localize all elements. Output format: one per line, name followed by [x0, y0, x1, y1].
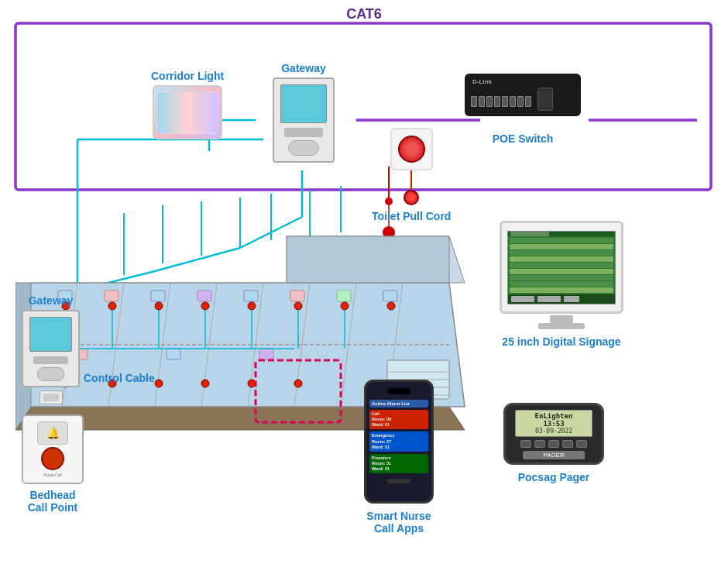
gateway-left-label: Gateway [29, 294, 74, 307]
phone-item-emergency: Emergency Room: 27 Ward: 01 [369, 431, 428, 451]
svg-rect-45 [105, 290, 118, 301]
pager-line2: 13:53 [543, 420, 564, 428]
smart-nurse-call-apps: Active Alarm List Call Room: 06 Ward: 01… [364, 380, 434, 538]
digital-signage-label: 25 inch Digital Signage [502, 335, 620, 348]
phone-app-header: Active Alarm List [369, 400, 428, 407]
bedhead-call-point-image: 🔔 Nurse Call [22, 414, 84, 484]
smart-nurse-label: Smart NurseCall Apps [366, 510, 431, 535]
svg-rect-67 [167, 349, 180, 359]
phone-item-call: Call Room: 06 Ward: 01 [369, 410, 428, 429]
svg-point-63 [201, 380, 209, 387]
svg-rect-46 [151, 290, 165, 301]
toilet-pull-cord: Toilet Pull Cord [372, 128, 451, 225]
svg-point-55 [201, 302, 209, 310]
phone-call-ward: Ward: 01 [372, 422, 426, 428]
gateway-left-image [22, 310, 80, 387]
control-cable-label: Control Cable [84, 372, 155, 384]
pager-line1: EnLighten [535, 412, 573, 420]
svg-marker-34 [287, 236, 449, 283]
phone-presence-ward: Ward: 01 [372, 466, 426, 472]
digital-signage: 25 inch Digital Signage [500, 221, 623, 351]
svg-point-57 [294, 302, 302, 310]
svg-rect-48 [244, 290, 258, 301]
pager-line3: 03-09-2022 [535, 428, 572, 435]
phone-item-presence: Presence Room: 31 Ward: 01 [369, 454, 428, 473]
svg-rect-51 [383, 290, 397, 301]
bedhead-call-point: 🔔 Nurse Call BedheadCall Point [22, 414, 84, 517]
gateway-left: Gateway [22, 294, 80, 404]
phone-emergency-room: Room: 27 [372, 439, 426, 445]
pocsag-pager-label: Pocsag Pager [518, 471, 590, 483]
pocsag-pager: EnLighten 13:53 03-09-2022 PAGER Pocsag … [503, 403, 604, 486]
cat6-label: CAT6 [346, 6, 382, 22]
bedhead-call-point-label: BedheadCall Point [28, 489, 78, 514]
svg-rect-49 [290, 290, 304, 301]
corridor-light-image [153, 85, 222, 139]
gateway-top-label: Gateway [281, 62, 326, 74]
svg-point-54 [155, 302, 163, 310]
diagram-container: CAT6 Corridor Light Gateway D-Link [0, 0, 728, 581]
phone-emergency-ward: Ward: 01 [372, 445, 426, 450]
digital-signage-image [500, 221, 623, 314]
corridor-light-label: Corridor Light [151, 70, 224, 82]
pager-label: PAGER [523, 451, 585, 459]
svg-point-62 [155, 380, 163, 387]
phone-call-room: Room: 06 [372, 417, 426, 422]
svg-point-59 [387, 302, 395, 310]
corridor-light: Corridor Light [151, 70, 224, 139]
svg-rect-68 [259, 349, 273, 359]
poe-switch: D-Link POE Switch [465, 74, 581, 148]
pager-image: EnLighten 13:53 03-09-2022 PAGER [503, 403, 604, 465]
svg-rect-50 [337, 290, 351, 301]
svg-point-56 [248, 302, 256, 310]
phone-image: Active Alarm List Call Room: 06 Ward: 01… [364, 380, 434, 504]
phone-presence-room: Room: 31 [372, 461, 426, 466]
svg-point-58 [341, 302, 349, 310]
svg-point-53 [108, 302, 116, 310]
toilet-pull-cord-label: Toilet Pull Cord [372, 210, 451, 222]
poe-switch-label: POE Switch [493, 132, 554, 145]
svg-point-65 [294, 380, 302, 387]
svg-rect-47 [197, 290, 211, 301]
